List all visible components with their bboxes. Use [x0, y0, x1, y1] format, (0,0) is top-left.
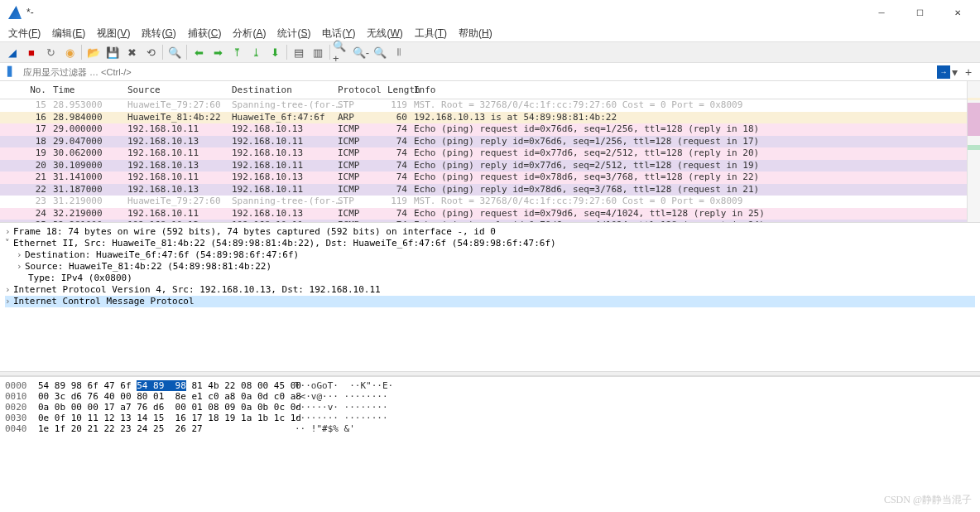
menu-item[interactable]: 编辑(E) — [47, 25, 90, 42]
col-header-no[interactable]: No. — [0, 83, 50, 97]
col-header-length[interactable]: Length — [384, 83, 411, 97]
auto-scroll-icon[interactable]: ⬇ — [266, 43, 284, 61]
restart-capture-icon[interactable]: ↻ — [41, 43, 60, 61]
packet-row[interactable]: 1528.953000HuaweiTe_79:27:60Spanning-tre… — [0, 99, 980, 112]
hex-row[interactable]: 00300e 0f 10 11 12 13 14 15 16 17 18 19 … — [5, 413, 975, 423]
menu-item[interactable]: 帮助(H) — [454, 25, 497, 42]
zoom-in-icon[interactable]: 🔍+ — [333, 43, 351, 61]
zoom-out-icon[interactable]: 🔍- — [352, 43, 370, 61]
save-file-icon[interactable]: 💾 — [103, 43, 122, 61]
tree-ethernet[interactable]: ˅Ethernet II, Src: HuaweiTe_81:4b:22 (54… — [5, 238, 975, 249]
packet-minimap[interactable] — [967, 81, 980, 222]
tree-icmp[interactable]: ›Internet Control Message Protocol — [5, 296, 975, 307]
add-filter-button[interactable]: ▾ — [952, 65, 963, 79]
reload-icon[interactable]: ⟲ — [142, 43, 160, 61]
packet-row[interactable]: 2432.219000192.168.10.11192.168.10.13ICM… — [0, 208, 980, 220]
separator — [286, 45, 287, 60]
packet-row[interactable]: 1829.047000192.168.10.13192.168.10.11ICM… — [0, 136, 980, 148]
hex-row[interactable]: 00200a 0b 00 00 17 a7 76 d6 00 01 08 09 … — [5, 402, 975, 413]
tree-eth-dst[interactable]: ›Destination: HuaweiTe_6f:47:6f (54:89:9… — [5, 249, 975, 261]
tree-eth-src[interactable]: ›Source: HuaweiTe_81:4b:22 (54:89:98:81:… — [5, 261, 975, 273]
close-button[interactable]: ✕ — [939, 0, 977, 25]
go-end-icon[interactable]: ⤓ — [247, 43, 265, 61]
packet-details-pane[interactable]: ›Frame 18: 74 bytes on wire (592 bits), … — [0, 222, 980, 371]
options-icon[interactable]: ◉ — [60, 43, 79, 61]
packet-row[interactable]: 2131.141000192.168.10.11192.168.10.13ICM… — [0, 171, 980, 184]
col-header-time[interactable]: Time — [50, 83, 124, 97]
display-filter-input[interactable] — [22, 65, 937, 79]
toolbar: ◢ ■ ↻ ◉ 📂 💾 ✖ ⟲ 🔍 ⬅ ➡ ⤒ ⤓ ⬇ ▤ ▥ 🔍+ 🔍- 🔍 … — [0, 41, 980, 63]
packet-row[interactable]: 2030.109000192.168.10.13192.168.10.11ICM… — [0, 160, 980, 172]
filter-bar: ▋ → ▾ + — [0, 63, 980, 81]
colorize-icon[interactable]: ▤ — [290, 43, 308, 61]
menu-item[interactable]: 文件(F) — [3, 25, 46, 42]
window-title: *- — [26, 7, 34, 18]
menu-item[interactable]: 统计(S) — [272, 25, 315, 42]
col-header-destination[interactable]: Destination — [228, 83, 334, 97]
menu-item[interactable]: 视图(V) — [92, 25, 135, 42]
hex-row[interactable]: 001000 3c d6 76 40 00 80 01 8e e1 c0 a8 … — [5, 391, 975, 402]
resize-icon[interactable]: ⫴ — [390, 43, 408, 61]
open-file-icon[interactable]: 📂 — [84, 43, 103, 61]
find-icon[interactable]: 🔍 — [166, 43, 184, 61]
hex-row[interactable]: 000054 89 98 6f 47 6f 54 89 98 81 4b 22 … — [5, 380, 975, 391]
start-capture-icon[interactable]: ◢ — [3, 43, 22, 61]
app-icon — [8, 6, 22, 19]
col-header-protocol[interactable]: Protocol — [334, 83, 384, 97]
menu-bar: 文件(F)编辑(E)视图(V)跳转(G)捕获(C)分析(A)统计(S)电话(Y)… — [0, 25, 980, 41]
separator — [162, 45, 163, 60]
packet-row[interactable]: 1930.062000192.168.10.11192.168.10.13ICM… — [0, 147, 980, 160]
resize-cols-icon[interactable]: ▥ — [309, 43, 327, 61]
menu-item[interactable]: 捕获(C) — [183, 25, 227, 42]
close-file-icon[interactable]: ✖ — [122, 43, 141, 61]
packet-row[interactable]: 2231.187000192.168.10.13192.168.10.11ICM… — [0, 184, 980, 196]
bookmark-icon[interactable]: ▋ — [3, 65, 18, 80]
col-header-source[interactable]: Source — [124, 83, 228, 97]
menu-item[interactable]: 分析(A) — [228, 25, 271, 42]
maximize-button[interactable]: ☐ — [901, 0, 939, 25]
tree-ip[interactable]: ›Internet Protocol Version 4, Src: 192.1… — [5, 284, 975, 296]
separator — [329, 45, 330, 60]
go-forward-icon[interactable]: ➡ — [209, 43, 227, 61]
zoom-reset-icon[interactable]: 🔍 — [371, 43, 389, 61]
title-bar: *- ─ ☐ ✕ — [0, 0, 980, 25]
tree-frame[interactable]: ›Frame 18: 74 bytes on wire (592 bits), … — [5, 226, 975, 238]
menu-item[interactable]: 工具(T) — [410, 25, 452, 42]
hex-dump-pane[interactable]: 000054 89 98 6f 47 6f 54 89 98 81 4b 22 … — [0, 376, 980, 512]
packet-row[interactable]: 2532.281000192.168.10.13192.168.10.11ICM… — [0, 220, 980, 222]
plus-button[interactable]: + — [965, 65, 977, 79]
packet-row[interactable]: 2331.219000HuaweiTe_79:27:60Spanning-tre… — [0, 196, 980, 208]
hex-row[interactable]: 00401e 1f 20 21 22 23 24 25 26 27·· !"#$… — [5, 423, 975, 434]
packet-list-header[interactable]: No. Time Source Destination Protocol Len… — [0, 81, 980, 99]
apply-filter-button[interactable]: → — [937, 65, 950, 79]
minimize-button[interactable]: ─ — [862, 0, 901, 25]
menu-item[interactable]: 无线(W) — [362, 25, 407, 42]
watermark: CSDN @静静当混子 — [884, 493, 972, 507]
go-to-icon[interactable]: ⤒ — [228, 43, 246, 61]
stop-capture-icon[interactable]: ■ — [22, 43, 41, 61]
packet-row[interactable]: 1729.000000192.168.10.11192.168.10.13ICM… — [0, 123, 980, 136]
packet-row[interactable]: 1628.984000HuaweiTe_81:4b:22HuaweiTe_6f:… — [0, 112, 980, 124]
packet-list-pane[interactable]: No. Time Source Destination Protocol Len… — [0, 81, 980, 222]
menu-item[interactable]: 跳转(G) — [137, 25, 180, 42]
tree-eth-type[interactable]: Type: IPv4 (0x0800) — [5, 273, 975, 284]
col-header-info[interactable]: Info — [411, 83, 980, 97]
separator — [81, 45, 82, 60]
separator — [186, 45, 187, 60]
go-back-icon[interactable]: ⬅ — [190, 43, 208, 61]
